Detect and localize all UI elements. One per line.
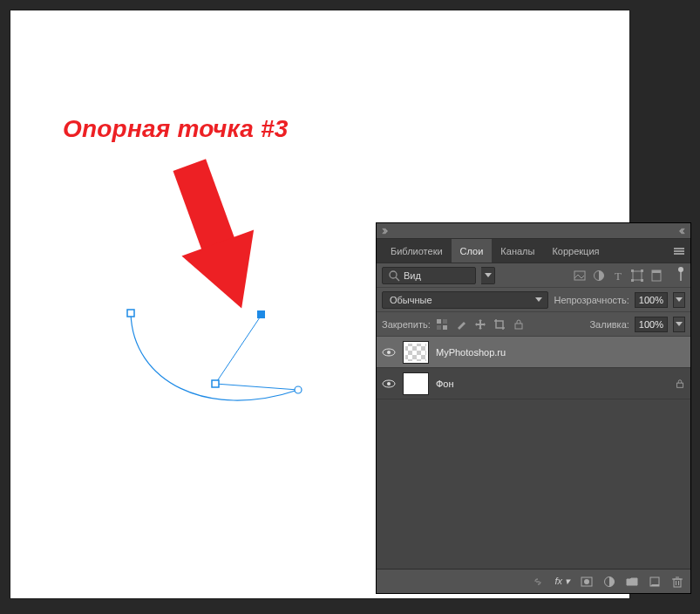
anchor-point-3[interactable] [257,310,265,318]
svg-rect-23 [443,319,447,324]
collapse-icon[interactable] [678,227,687,235]
panel-titlebar[interactable] [377,223,690,239]
anchor-point-1[interactable] [127,310,134,317]
opacity-label: Непрозрачность: [554,295,629,305]
svg-line-3 [215,384,298,390]
lock-all-icon[interactable] [513,318,525,331]
eye-icon[interactable] [382,379,396,388]
fill-value[interactable]: 100% [635,317,668,332]
layer-search[interactable]: Вид [382,267,476,284]
layer-search-caret[interactable] [481,267,495,284]
lock-label: Закрепить: [382,319,431,330]
panel-footer: fx ▾ [377,569,690,593]
svg-point-34 [584,579,589,584]
svg-point-31 [387,382,391,385]
svg-marker-9 [485,273,492,277]
layer-search-label: Вид [404,270,421,281]
folder-icon[interactable] [626,576,638,588]
fill-label: Заливка: [589,319,629,330]
annotation-label: Опорная точка #3 [63,115,289,143]
fx-icon[interactable]: fx ▾ [554,576,570,587]
lock-crop-icon[interactable] [493,318,506,331]
svg-rect-24 [437,325,441,330]
svg-marker-21 [676,297,683,302]
chevron-down-icon [535,297,542,302]
tab-libraries[interactable]: Библиотеки [382,239,452,263]
fill-caret[interactable] [673,317,685,332]
layer-thumbnail[interactable] [403,341,429,364]
svg-line-8 [396,277,399,281]
direction-handle[interactable] [295,386,302,393]
layers-list[interactable]: MyPhotoshop.ru Фон [377,337,690,569]
layer-row[interactable]: MyPhotoshop.ru [377,337,690,368]
svg-rect-37 [674,579,681,587]
svg-rect-15 [641,269,643,272]
svg-rect-25 [443,325,447,330]
search-icon [388,269,400,282]
new-layer-icon[interactable] [649,576,661,588]
layer-filter-row: Вид T [377,263,690,288]
filter-smart-icon[interactable] [650,269,663,282]
link-icon[interactable] [532,576,544,588]
panel-menu-icon[interactable] [668,239,690,263]
annotation-arrow [159,150,281,316]
svg-rect-26 [515,324,522,329]
svg-point-7 [390,271,397,278]
tab-layers[interactable]: Слои [452,239,493,263]
blend-mode-value: Обычные [390,295,432,305]
svg-rect-14 [631,269,634,272]
filter-shape-icon[interactable] [631,269,643,282]
anchor-point-2[interactable] [212,380,219,387]
svg-rect-19 [652,270,661,273]
layer-name[interactable]: MyPhotoshop.ru [436,347,685,358]
layer-row[interactable]: Фон [377,368,690,399]
tab-channels[interactable]: Каналы [492,239,543,263]
svg-marker-20 [535,297,542,302]
opacity-caret[interactable] [673,292,685,308]
svg-rect-13 [633,271,642,280]
filter-toggle[interactable] [680,270,685,281]
svg-rect-22 [437,319,441,324]
svg-rect-10 [574,271,585,280]
filter-image-icon[interactable] [574,269,586,282]
lock-icon[interactable] [675,379,685,389]
lock-move-icon[interactable] [474,318,486,331]
svg-text:T: T [615,269,622,282]
layer-thumbnail[interactable] [403,372,429,395]
opacity-value[interactable]: 100% [635,292,668,308]
blend-mode-select[interactable]: Обычные [382,291,548,309]
lock-pixels-icon[interactable] [436,318,448,331]
filter-text-icon[interactable]: T [612,269,624,282]
pen-path[interactable] [124,303,316,407]
svg-rect-16 [631,279,634,282]
filter-adjust-icon[interactable] [593,269,605,282]
lock-brush-icon[interactable] [455,318,467,331]
tab-corrections[interactable]: Коррекция [543,239,608,263]
eye-icon[interactable] [382,348,396,357]
svg-rect-32 [677,383,683,387]
trash-icon[interactable] [671,576,683,588]
lock-row: Закрепить: Заливка: 100% [377,312,690,337]
expand-icon[interactable] [380,227,389,235]
svg-rect-0 [173,159,235,253]
mask-icon[interactable] [581,576,593,588]
svg-line-2 [215,315,262,384]
svg-rect-17 [641,279,643,282]
layers-panel: Библиотеки Слои Каналы Коррекция Вид T [377,223,690,593]
svg-point-29 [387,351,391,354]
panel-tabs: Библиотеки Слои Каналы Коррекция [377,239,690,263]
blend-mode-row: Обычные Непрозрачность: 100% [377,288,690,312]
layer-name[interactable]: Фон [436,379,668,389]
adjustment-icon[interactable] [603,576,615,588]
svg-marker-27 [676,322,683,326]
